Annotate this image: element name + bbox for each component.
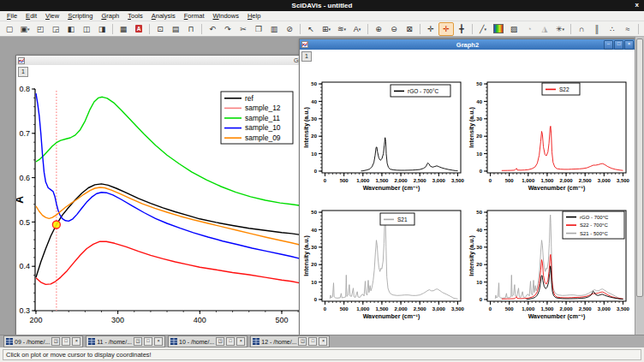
menu-item-windows[interactable]: Windows bbox=[208, 12, 242, 20]
svg-text:0: 0 bbox=[489, 178, 492, 183]
scrollbar-thumb[interactable] bbox=[636, 39, 643, 297]
cut-button[interactable]: ✂ bbox=[236, 22, 251, 36]
new-table-button[interactable]: ▤ bbox=[168, 22, 183, 36]
screen-reader-button[interactable]: ✛ bbox=[423, 22, 438, 36]
plot3d-surface-button[interactable]: ∩ bbox=[574, 22, 589, 36]
legend: S22 bbox=[542, 83, 580, 95]
colormap-plot-button[interactable] bbox=[491, 22, 506, 36]
insert-image-button[interactable]: ▨ bbox=[506, 22, 522, 36]
raman-s22-plot[interactable]: 05001,0001,5002,0002,5003,0003,500010203… bbox=[467, 74, 631, 202]
tab-restore-button[interactable]: ◳ bbox=[216, 337, 224, 346]
new-project-button[interactable]: ▢ bbox=[2, 22, 17, 36]
window-graph2[interactable]: Graph2 –□× 1 05001,0001,5002,0002,5003,0… bbox=[299, 39, 636, 335]
pie-chart-button[interactable]: ◔ bbox=[522, 22, 537, 36]
svg-text:10: 10 bbox=[311, 151, 317, 157]
menu-item-analysis[interactable]: Analysis bbox=[147, 12, 180, 20]
menu-item-tools[interactable]: Tools bbox=[123, 12, 147, 20]
svg-text:40: 40 bbox=[476, 99, 482, 104]
svg-text:0: 0 bbox=[314, 169, 318, 174]
x-ticks: 05001,0001,5002,0002,5003,0003,500 bbox=[489, 173, 630, 183]
app-close-button[interactable]: x bbox=[635, 1, 639, 9]
tab-restore-button[interactable]: ◳ bbox=[298, 337, 307, 346]
vectors-plot-button[interactable]: ◮ bbox=[537, 22, 552, 36]
save-template-button[interactable]: ◧ bbox=[63, 22, 79, 36]
new-aspect-dropdown[interactable]: ▣▾ bbox=[17, 22, 33, 36]
svg-text:0.6: 0.6 bbox=[19, 174, 30, 182]
zoom-in-icon: ⊕ bbox=[375, 24, 382, 34]
taskbar-tab-3[interactable]: 12 - /home/...◳□× bbox=[250, 335, 330, 347]
tab-restore-button[interactable]: ◳ bbox=[134, 337, 142, 346]
vertical-scrollbar[interactable] bbox=[635, 37, 644, 335]
tab-maximize-button[interactable]: □ bbox=[308, 337, 317, 346]
y-axis-label: A bbox=[16, 196, 26, 204]
zoom-in-button[interactable]: ⊕ bbox=[371, 22, 386, 36]
raman-s21-plot[interactable]: 05001,0001,5002,0002,5003,0003,500010203… bbox=[301, 202, 466, 330]
menu-item-edit[interactable]: Edit bbox=[21, 12, 41, 20]
raman-overlay-plot[interactable]: 05001,0001,5002,0002,5003,0003,500010203… bbox=[467, 202, 631, 330]
window-graph1[interactable]: Graph1 1 2003004005000.30.40.50.60.70.8A… bbox=[15, 55, 303, 335]
paste-button[interactable]: ▥ bbox=[266, 22, 282, 36]
series-ref bbox=[36, 184, 301, 277]
screen-reader-icon: ✛ bbox=[427, 24, 434, 34]
plot3d-scatter-button[interactable]: ∴ bbox=[605, 22, 620, 36]
special-curves-dropdown[interactable]: ✳▾ bbox=[552, 22, 568, 36]
plot3d-ribbon-button[interactable]: ≈ bbox=[620, 22, 635, 36]
copy-button[interactable]: ❐ bbox=[251, 22, 266, 36]
redo-button[interactable]: ↷ bbox=[220, 22, 236, 36]
uvvis-plot[interactable]: 2003004005000.30.40.50.60.70.8Arefsample… bbox=[16, 74, 301, 332]
raman-rgo700-plot[interactable]: 05001,0001,5002,0002,5003,0003,500010203… bbox=[301, 74, 466, 202]
dropdown-arrow-icon: ▾ bbox=[359, 27, 361, 32]
tab-maximize-button[interactable]: □ bbox=[144, 337, 152, 346]
svg-text:500: 500 bbox=[275, 316, 288, 324]
import-ascii-button[interactable]: ◲ bbox=[48, 22, 63, 36]
print-button[interactable]: ▦ bbox=[116, 22, 131, 36]
svg-text:S22 - 700°C: S22 - 700°C bbox=[580, 223, 608, 228]
menu-item-scripting[interactable]: Scripting bbox=[63, 12, 97, 20]
zoom-mode-dropdown[interactable]: ⊞▾ bbox=[319, 22, 334, 36]
graph2-maximize-button[interactable]: □ bbox=[614, 40, 623, 50]
graph1-layer-button[interactable]: 1 bbox=[18, 67, 28, 77]
curve-style-dropdown[interactable]: ≋▾ bbox=[334, 22, 349, 36]
taskbar-tab-2[interactable]: 10 - /home/...◳□× bbox=[168, 335, 247, 347]
tab-restore-button[interactable]: ◳ bbox=[51, 337, 60, 346]
svg-text:rGO - 700°C: rGO - 700°C bbox=[580, 215, 609, 220]
taskbar-tab-0[interactable]: 09 - /home/...◳□× bbox=[3, 335, 83, 347]
move-data-points-button[interactable]: ╋ bbox=[454, 22, 469, 36]
export-pdf-button[interactable]: A bbox=[131, 22, 146, 36]
undo-button[interactable]: ↶ bbox=[205, 22, 220, 36]
draw-line-dropdown[interactable]: ╱▾ bbox=[475, 22, 491, 36]
graph2-close-button[interactable]: × bbox=[624, 40, 634, 50]
tab-maximize-button[interactable]: □ bbox=[62, 337, 70, 346]
lock-toolbars-button[interactable]: ⊓ bbox=[183, 22, 199, 36]
save-as-button[interactable]: ◨ bbox=[94, 22, 110, 36]
menu-item-format[interactable]: Format bbox=[180, 12, 209, 20]
fit-in-window-button[interactable]: ⊠ bbox=[402, 22, 417, 36]
taskbar-tab-1[interactable]: 11 - /home/...◳□× bbox=[86, 335, 165, 347]
graph2-minimize-button[interactable]: – bbox=[604, 40, 613, 50]
tab-close-button[interactable]: × bbox=[319, 337, 327, 346]
svg-text:500: 500 bbox=[340, 178, 349, 183]
menu-item-help[interactable]: Help bbox=[243, 12, 265, 20]
delete-button[interactable]: ⊘ bbox=[282, 22, 297, 36]
zoom-out-button[interactable]: ⊖ bbox=[386, 22, 402, 36]
open-project-button[interactable]: ◰ bbox=[33, 22, 48, 36]
add-text-dropdown[interactable]: A▾ bbox=[349, 22, 365, 36]
tab-maximize-button[interactable]: □ bbox=[226, 337, 235, 346]
toolbar-separator bbox=[638, 24, 639, 34]
rescale-show-all-button[interactable]: ⊡ bbox=[152, 22, 168, 36]
pointer-tool-button[interactable]: ↖ bbox=[303, 22, 319, 36]
tab-close-button[interactable]: × bbox=[72, 337, 80, 346]
data-reader-button[interactable]: ✛ bbox=[438, 22, 454, 36]
x-axis-label: Wavenumber (cm⁻¹) bbox=[528, 185, 585, 192]
tab-close-button[interactable]: × bbox=[154, 337, 163, 346]
plot3d-bars-button[interactable]: ║ bbox=[589, 22, 605, 36]
save-project-button[interactable]: ◫ bbox=[79, 22, 94, 36]
open-project-icon: ◰ bbox=[37, 24, 45, 34]
tab-close-button[interactable]: × bbox=[236, 337, 245, 346]
graph2-layer-button[interactable]: 1 bbox=[301, 51, 312, 62]
menu-item-graph[interactable]: Graph bbox=[97, 12, 123, 20]
menu-item-view[interactable]: View bbox=[41, 12, 63, 20]
toolbar-separator bbox=[367, 24, 368, 34]
menu-item-file[interactable]: File bbox=[3, 12, 21, 20]
x-axis-label: Wavenumber (cm⁻¹) bbox=[528, 313, 585, 320]
